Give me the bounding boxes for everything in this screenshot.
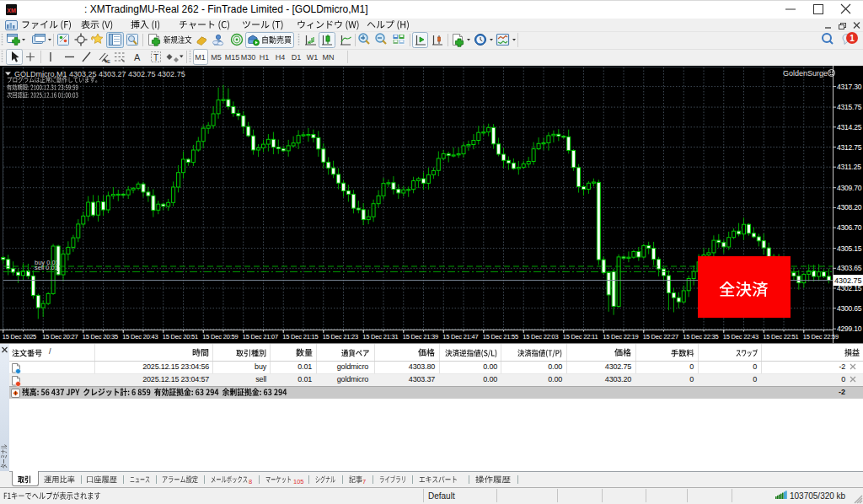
svg-text:MN: MN	[323, 53, 335, 62]
svg-text:H1: H1	[260, 53, 270, 62]
svg-text:M15: M15	[225, 53, 240, 62]
svg-text:4317.30: 4317.30	[837, 83, 862, 91]
svg-text:15 Dec 20:59: 15 Dec 20:59	[202, 333, 238, 340]
svg-text:15 Dec 20:35: 15 Dec 20:35	[83, 333, 118, 340]
svg-text:15 Dec 21:07: 15 Dec 21:07	[243, 333, 278, 340]
svg-text:GoldenSurge: GoldenSurge	[783, 69, 828, 78]
svg-text:4315.75: 4315.75	[837, 103, 862, 111]
svg-text:4302.75: 4302.75	[834, 276, 862, 285]
svg-text:15 Dec 21:47: 15 Dec 21:47	[442, 333, 478, 340]
svg-text:15 Dec 22:51: 15 Dec 22:51	[763, 333, 798, 340]
svg-text:4314.25: 4314.25	[837, 123, 862, 131]
svg-text:15 Dec 20:51: 15 Dec 20:51	[163, 333, 198, 340]
svg-text:M1: M1	[195, 53, 206, 62]
svg-text:15 Dec 21:31: 15 Dec 21:31	[362, 333, 398, 340]
svg-text:15 Dec 22:43: 15 Dec 22:43	[723, 333, 758, 340]
svg-text:D1: D1	[292, 53, 302, 62]
svg-text:4300.65: 4300.65	[837, 304, 862, 313]
svg-text:15 Dec 2025: 15 Dec 2025	[3, 333, 36, 340]
svg-text:15 Dec 20:43: 15 Dec 20:43	[122, 333, 158, 340]
svg-text:sell 0.01: sell 0.01	[35, 264, 58, 271]
svg-text:4312.75: 4312.75	[837, 143, 862, 152]
svg-text:15 Dec 22:59: 15 Dec 22:59	[803, 333, 839, 340]
svg-text:15 Dec 22:35: 15 Dec 22:35	[683, 333, 718, 340]
svg-text:H4: H4	[276, 53, 286, 62]
svg-text:15 Dec 22:27: 15 Dec 22:27	[643, 333, 678, 340]
svg-text:4306.70: 4306.70	[837, 223, 862, 232]
svg-text:W1: W1	[307, 53, 319, 62]
svg-text:15 Dec 21:55: 15 Dec 21:55	[483, 333, 518, 340]
svg-text:15 Dec 21:15: 15 Dec 21:15	[282, 333, 318, 340]
svg-text:4309.70: 4309.70	[837, 184, 862, 192]
svg-text:15 Dec 22:03: 15 Dec 22:03	[523, 333, 558, 340]
svg-text:E: E	[107, 59, 110, 64]
svg-text:15 Dec 21:39: 15 Dec 21:39	[403, 333, 438, 340]
svg-text:1: 1	[850, 34, 855, 43]
svg-text:T: T	[153, 53, 158, 62]
svg-text:M5: M5	[211, 53, 222, 62]
svg-text:4299.10: 4299.10	[837, 324, 862, 333]
svg-text:15 Dec 22:19: 15 Dec 22:19	[603, 333, 638, 340]
svg-text:15 Dec 21:23: 15 Dec 21:23	[323, 333, 358, 340]
svg-text:4303.65: 4303.65	[837, 264, 862, 272]
svg-text:15 Dec 22:11: 15 Dec 22:11	[563, 333, 598, 340]
svg-text:M30: M30	[241, 53, 256, 62]
svg-text:4305.15: 4305.15	[837, 244, 862, 253]
svg-text:A: A	[134, 52, 141, 62]
svg-text:4308.20: 4308.20	[837, 203, 862, 212]
svg-text:15 Dec 20:27: 15 Dec 20:27	[42, 333, 78, 340]
svg-text:XM: XM	[7, 8, 16, 13]
svg-text:4311.25: 4311.25	[837, 163, 861, 171]
